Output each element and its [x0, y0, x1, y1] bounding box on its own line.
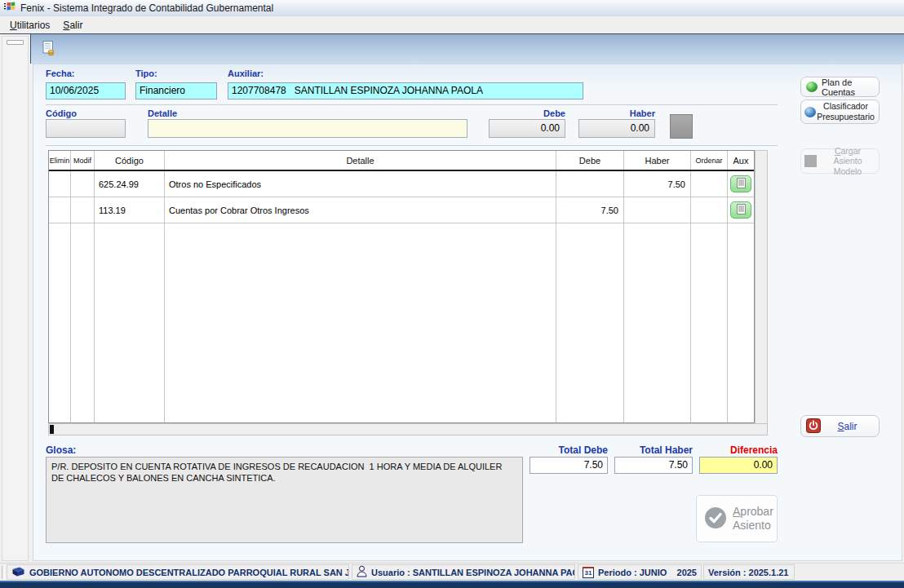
glosa-textarea[interactable]: P/R. DEPOSITO EN CUENTA ROTATIVA DE INGR… [46, 457, 523, 543]
total-haber-label: Total Haber [614, 444, 693, 456]
cell-detalle: Cuentas por Cobrar Otros Ingresos [165, 197, 556, 223]
total-debe-label: Total Debe [530, 444, 608, 456]
journal-entry-form: Fecha: 10/06/2025 Tipo: Financiero Auxil… [33, 64, 902, 561]
green-sphere-icon [806, 82, 818, 92]
menu-bar: Utilitarios Salir [0, 16, 904, 33]
fecha-input[interactable]: 10/06/2025 [46, 82, 126, 99]
plan-de-cuentas-label: Plan de Cuentas [822, 77, 874, 97]
statusbar-grip [2, 566, 5, 579]
cell-ordenar[interactable] [691, 197, 728, 223]
cargar-asiento-label: Cargar Asiento Modelo [820, 146, 875, 177]
table-row: 113.19 Cuentas por Cobrar Otros Ingresos… [49, 197, 754, 223]
cargar-asiento-modelo-button[interactable]: Cargar Asiento Modelo [800, 148, 880, 174]
diferencia-value: 0.00 [699, 457, 778, 474]
total-haber-value: 7.50 [614, 457, 693, 474]
header-modif: Modif [71, 151, 95, 170]
detalle-input[interactable] [148, 119, 468, 138]
print-journal-button[interactable] [38, 39, 59, 60]
clasificador-label: Clasificador Presupuestario [816, 101, 875, 122]
status-periodo: 31 Periodo : JUNIO 2025 [578, 564, 702, 580]
entity-name: GOBIERNO AUTONOMO DESCENTRALIZADO PARROQ… [29, 568, 349, 577]
cell-codigo: 113.19 [95, 197, 165, 223]
report-icon [40, 40, 56, 60]
table-horizontal-scrollbar[interactable] [48, 423, 768, 435]
diferencia-label: Diferencia [699, 444, 778, 456]
cell-elimin[interactable] [49, 171, 71, 197]
blue-sphere-icon [804, 107, 816, 117]
codigo-input[interactable] [46, 119, 126, 138]
codigo-label: Código [46, 108, 77, 118]
app-icon [3, 0, 16, 16]
aprobar-button-label: Aprobar Asiento [733, 505, 773, 533]
haber-input[interactable]: 0.00 [578, 119, 655, 138]
clasificador-presupuestario-button[interactable]: Clasificador Presupuestario [800, 99, 880, 124]
cell-modif[interactable] [71, 197, 95, 223]
cell-haber: 7.50 [624, 171, 691, 197]
taskbar-edge [0, 581, 904, 588]
check-circle-icon [704, 506, 727, 531]
menu-utilitarios[interactable]: Utilitarios [3, 17, 56, 33]
periodo-year: 2025 [677, 568, 697, 577]
person-icon [357, 565, 367, 579]
separator [46, 145, 778, 146]
app-window: Fenix - Sistema Integrado de Contabilida… [0, 0, 904, 588]
total-debe-value: 7.50 [530, 457, 608, 474]
cell-modif[interactable] [71, 171, 95, 197]
scrollbar-thumb[interactable] [50, 425, 54, 434]
auxiliar-input[interactable]: 1207708478 SANTILLAN ESPINOZA JOHANNA PA… [228, 82, 583, 99]
aux-detail-button[interactable] [730, 201, 751, 219]
cell-haber [624, 197, 691, 223]
table-vertical-scrollbar[interactable] [755, 150, 768, 424]
aux-detail-button[interactable] [730, 175, 751, 192]
cell-elimin[interactable] [49, 197, 71, 223]
cell-aux [728, 171, 754, 197]
placeholder-square-icon [804, 155, 817, 167]
title-bar: Fenix - Sistema Integrado de Contabilida… [0, 0, 904, 16]
aprobar-asiento-button[interactable]: Aprobar Asiento [696, 495, 778, 542]
table-empty-rows [49, 223, 754, 422]
cell-detalle: Otros no Especificados [165, 171, 556, 197]
salir-button[interactable]: Salir [800, 415, 880, 437]
status-user: Usuario : SANTILLAN ESPINOZA JOHANNA PAO… [352, 564, 575, 580]
header-haber: Haber [624, 151, 691, 170]
header-aux: Aux [728, 151, 754, 170]
cell-debe: 7.50 [556, 197, 624, 223]
power-icon [806, 418, 821, 435]
debe-input[interactable]: 0.00 [489, 119, 565, 138]
plan-de-cuentas-button[interactable]: Plan de Cuentas [800, 77, 880, 97]
header-detalle: Detalle [165, 151, 556, 170]
table-header-row: Elimin Modif Código Detalle Debe Haber O… [49, 151, 754, 171]
version-text: Versión : 2025.1.21 [708, 568, 788, 577]
window-title: Fenix - Sistema Integrado de Contabilida… [20, 2, 273, 14]
header-elimin: Elimin [49, 151, 71, 170]
glosa-label: Glosa: [46, 444, 76, 456]
cell-debe [556, 171, 624, 197]
user-name: Usuario : SANTILLAN ESPINOZA JOHANNA PAO… [371, 568, 575, 577]
separator [46, 104, 778, 105]
auxiliar-label: Auxiliar: [228, 69, 264, 78]
cell-ordenar[interactable] [691, 171, 728, 197]
haber-label: Haber [578, 108, 655, 118]
fecha-label: Fecha: [46, 69, 74, 78]
header-ordenar: Ordenar [691, 151, 728, 170]
salir-button-label: Salir [821, 421, 874, 432]
status-bar: GOBIERNO AUTONOMO DESCENTRALIZADO PARROQ… [0, 563, 904, 581]
calendar-icon: 31 [583, 567, 594, 578]
document-icon [737, 177, 746, 192]
cell-codigo: 625.24.99 [95, 171, 165, 197]
book-icon [11, 566, 25, 579]
left-dock-panel [2, 36, 29, 561]
table-row: 625.24.99 Otros no Especificados 7.50 [49, 171, 754, 197]
cell-aux [728, 197, 754, 223]
menu-salir[interactable]: Salir [56, 17, 89, 33]
add-line-button[interactable] [670, 114, 693, 139]
periodo-text: Periodo : JUNIO [598, 568, 667, 577]
tipo-label: Tipo: [135, 69, 157, 78]
dock-grip-handle[interactable] [7, 40, 24, 45]
detalle-label: Detalle [148, 108, 177, 118]
header-codigo: Código [95, 151, 165, 170]
toolbar [30, 34, 904, 64]
journal-lines-table: Elimin Modif Código Detalle Debe Haber O… [48, 150, 755, 423]
header-debe: Debe [556, 151, 624, 170]
tipo-input[interactable]: Financiero [135, 82, 217, 99]
